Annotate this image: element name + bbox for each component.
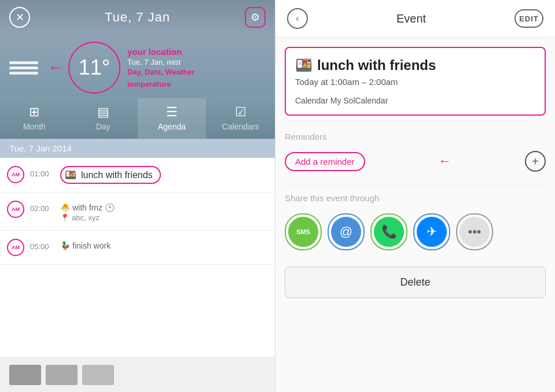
share-icons-row: SMS @ 📞 ✈ ••• <box>285 206 546 257</box>
share-label: Share this event through <box>285 186 546 206</box>
whatsapp-button[interactable]: 📞 <box>374 217 404 247</box>
event-card: 🍱 lunch with friends Today at 1:00am – 2… <box>285 47 546 116</box>
am-badge-3: AM <box>7 239 24 256</box>
share-section: Share this event through SMS @ 📞 ✈ ••• <box>275 186 555 257</box>
header-bar: ✕ Tue, 7 Jan ⚙ <box>0 0 275 35</box>
event-content-1: 🍱 lunch with friends <box>60 166 268 184</box>
calendar-value: My SolCalendar <box>330 96 388 105</box>
weather-section: ← 11° your location Tue, 7 Jan, mist Day… <box>0 35 275 98</box>
event-header: ‹ Event EDIT <box>275 0 555 38</box>
am-badge-1: AM <box>7 166 24 183</box>
more-button[interactable]: ••• <box>460 217 490 247</box>
agenda-item-3[interactable]: AM 05:00 🦆 finish work <box>0 231 275 265</box>
event-title-2: with frnz <box>72 203 102 212</box>
thumb-3 <box>82 365 114 385</box>
plus-button[interactable]: + <box>525 151 546 172</box>
messenger-button[interactable]: ✈ <box>417 217 447 247</box>
event-time-3: 05:00 <box>30 239 54 251</box>
calendar-label: Calendar <box>295 96 328 105</box>
day-icon: ▤ <box>97 105 109 120</box>
temperature-circle: 11° <box>68 42 120 94</box>
degree-symbol: ° <box>102 56 110 79</box>
edit-button[interactable]: EDIT <box>514 9 543 28</box>
header-title: Tue, 7 Jan <box>105 10 170 25</box>
thumb-2 <box>46 365 78 385</box>
location-label: your location <box>127 47 195 57</box>
tab-day-label: Day <box>96 122 111 131</box>
agenda-list: AM 01:00 🍱 lunch with friends AM 02:00 🐣… <box>0 158 275 357</box>
tab-calendars-label: Calendars <box>222 122 259 131</box>
tab-month-label: Month <box>23 122 46 131</box>
share-group-whatsapp: 📞 <box>370 213 407 250</box>
location-text-2: abc, xyz <box>72 213 100 222</box>
tab-agenda-label: Agenda <box>158 122 186 131</box>
event-card-calendar: Calendar My SolCalendar <box>295 96 535 105</box>
event-header-title: Event <box>396 12 426 25</box>
tab-bar: ⊞ Month ▤ Day ☰ Agenda ☑ Calendars <box>0 98 275 139</box>
clock-icon: 🕐 <box>105 203 115 212</box>
agenda-item-2[interactable]: AM 02:00 🐣 with frnz 🕐 📍 abc, xyz <box>0 193 275 231</box>
am-badge-2: AM <box>7 201 24 218</box>
event-time-2: 02:00 <box>30 201 54 213</box>
right-panel: ‹ Event EDIT 🍱 lunch with friends Today … <box>275 0 555 392</box>
weather-info: your location Tue, 7 Jan, mist Day, Date… <box>127 47 195 88</box>
date-header: Tue, 7 Jan 2014 <box>0 139 275 158</box>
settings-button[interactable]: ⚙ <box>245 7 266 28</box>
left-panel: ✕ Tue, 7 Jan ⚙ ← 11° your location Tue, … <box>0 0 275 392</box>
temperature-value: 11° <box>79 56 110 80</box>
event-time-1: 01:00 <box>30 166 54 178</box>
sms-button[interactable]: SMS <box>288 217 318 247</box>
reminders-label: Reminders <box>275 125 555 145</box>
delete-button[interactable]: Delete <box>285 267 546 298</box>
tab-month[interactable]: ⊞ Month <box>0 98 69 139</box>
add-reminder-button[interactable]: Add a reminder <box>285 152 365 171</box>
weather-wave-icon <box>9 61 38 75</box>
event-content-3: 🦆 finish work <box>60 239 268 250</box>
back-button[interactable]: ‹ <box>287 8 308 29</box>
event-content-2: 🐣 with frnz 🕐 📍 abc, xyz <box>60 201 268 222</box>
close-button[interactable]: ✕ <box>9 7 30 28</box>
pin-icon: 📍 <box>60 213 69 222</box>
share-group-messenger: ✈ <box>413 213 450 250</box>
agenda-item-1[interactable]: AM 01:00 🍱 lunch with friends <box>0 158 275 193</box>
weather-date: Tue, 7 Jan, mist <box>127 58 195 66</box>
tab-agenda[interactable]: ☰ Agenda <box>138 98 207 139</box>
add-reminder-row: Add a reminder ← + <box>285 145 546 177</box>
event-name-2: 🐣 with frnz 🕐 <box>60 203 268 212</box>
event-title-3: finish work <box>72 241 111 250</box>
event-emoji-2: 🐣 <box>60 203 70 212</box>
temperature-label: temperature <box>127 80 195 88</box>
month-icon: ⊞ <box>29 105 39 120</box>
bottom-thumbnails <box>0 357 275 392</box>
email-button[interactable]: @ <box>331 217 361 247</box>
arrow-right-icon: ← <box>439 154 451 169</box>
share-group-email: @ <box>328 213 365 250</box>
event-emoji-3: 🦆 <box>60 241 70 250</box>
event-emoji-1: 🍱 <box>65 169 76 180</box>
tab-day[interactable]: ▤ Day <box>69 98 138 139</box>
calendars-icon: ☑ <box>235 105 247 120</box>
weather-desc: Day, Date, Weather <box>127 68 195 76</box>
event-name-3: 🦆 finish work <box>60 241 268 250</box>
tab-calendars[interactable]: ☑ Calendars <box>206 98 275 139</box>
thumb-1 <box>9 365 41 385</box>
arrow-left-icon: ← <box>47 58 64 77</box>
event-card-emoji: 🍱 <box>295 57 313 73</box>
share-group-sms: SMS <box>285 213 322 250</box>
event-card-title: 🍱 lunch with friends <box>295 57 535 73</box>
event-card-name: lunch with friends <box>317 57 436 73</box>
reminders-area: Add a reminder ← + <box>285 145 546 186</box>
event-title-1: lunch with friends <box>81 170 153 180</box>
event-card-time: Today at 1:00am – 2:00am <box>295 77 535 87</box>
event-name-1: 🍱 lunch with friends <box>60 166 161 184</box>
agenda-icon: ☰ <box>166 105 178 120</box>
share-group-more: ••• <box>456 213 493 250</box>
event-location-2: 📍 abc, xyz <box>60 213 268 222</box>
